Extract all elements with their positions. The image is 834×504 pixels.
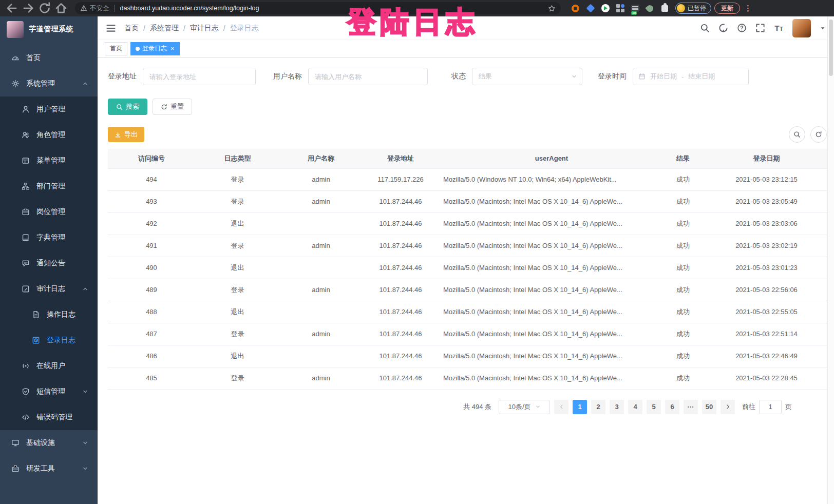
address-bar[interactable]: 不安全 dashboard.yudao.iocoder.cn/system/lo… (75, 2, 561, 14)
sidebar-item-menus[interactable]: 菜单管理 (0, 148, 98, 173)
sidebar-item-online-users[interactable]: 在线用户 (0, 353, 98, 379)
sidebar-item-sms[interactable]: 短信管理 (0, 379, 98, 404)
blue-gem-extension-icon[interactable] (586, 4, 595, 13)
roles-icon (22, 131, 30, 139)
browser-update-button[interactable]: 更新 (714, 3, 740, 14)
goto-page-input[interactable] (759, 400, 782, 414)
tag-home[interactable]: 首页 (105, 42, 127, 55)
green-circle-extension-icon[interactable] (601, 4, 610, 13)
login-address-input[interactable] (143, 68, 256, 85)
search-icon (116, 104, 123, 110)
username-input[interactable] (308, 68, 428, 85)
download-icon (115, 131, 121, 138)
sidebar-item-audit-log[interactable]: 审计日志 (0, 276, 98, 302)
sidebar-item-infrastructure[interactable]: 基础设施 (0, 430, 98, 456)
goto-label: 前往 (742, 402, 755, 412)
calendar-icon (638, 73, 646, 80)
breadcrumb-home[interactable]: 首页 (124, 24, 139, 33)
sidebar-item-posts[interactable]: 岗位管理 (0, 199, 98, 225)
tag-login-log[interactable]: 登录日志 × (130, 42, 180, 55)
sidebar-item-roles[interactable]: 角色管理 (0, 122, 98, 148)
fullscreen-icon[interactable] (755, 23, 765, 33)
refresh-icon (161, 104, 167, 110)
list-on-extension-icon[interactable]: on (631, 4, 639, 13)
sidebar-item-departments[interactable]: 部门管理 (0, 173, 98, 199)
chevron-down-icon (535, 404, 541, 410)
page-button-50[interactable]: 50 (702, 400, 716, 414)
chevron-right-icon (725, 404, 731, 410)
reset-button[interactable]: 重置 (153, 99, 192, 115)
sidebar-item-notices[interactable]: 通知公告 (0, 250, 98, 276)
user-icon (22, 105, 30, 113)
post-badge-icon (22, 208, 30, 216)
sidebar-item-dictionary[interactable]: 字典管理 (0, 225, 98, 250)
sidebar-item-error-codes[interactable]: 错误码管理 (0, 404, 98, 430)
page-size-select[interactable]: 10条/页 (499, 400, 550, 414)
bookmark-star-icon[interactable] (548, 5, 556, 12)
sidebar-menu: 首页 系统管理 用户管理 角色管理 菜单管理 部门管理 (0, 42, 98, 481)
page-button-2[interactable]: 2 (591, 400, 605, 414)
status-select[interactable]: 结果 (472, 68, 582, 85)
scrollbar-thumb[interactable] (829, 20, 833, 76)
app-logo-row[interactable]: 芋道管理系统 (0, 16, 98, 42)
dashboard-icon (11, 54, 20, 62)
login-time-label: 登录时间 (598, 72, 627, 81)
puzzle-extension-icon[interactable] (660, 4, 669, 13)
login-time-range-picker[interactable]: 开始日期 - 结束日期 (633, 68, 749, 85)
col-header-id: 访问编号 (108, 149, 195, 168)
user-avatar[interactable] (792, 19, 811, 37)
refresh-table-button[interactable] (810, 126, 827, 143)
browser-back-icon[interactable] (5, 2, 18, 15)
page-button-4[interactable]: 4 (628, 400, 642, 414)
grid-extension-icon[interactable] (616, 4, 624, 13)
active-tag-dot (136, 47, 140, 51)
github-icon[interactable] (718, 23, 728, 33)
export-button[interactable]: 导出 (108, 127, 144, 142)
caret-down-icon[interactable] (820, 25, 826, 31)
page-button-5[interactable]: 5 (647, 400, 661, 414)
breadcrumb-audit-log[interactable]: 审计日志 (190, 24, 219, 33)
toggle-search-button[interactable] (789, 126, 805, 143)
filter-form: 登录地址 用户名称 状态 结果 登录时间 (108, 68, 827, 85)
prev-page-button[interactable] (554, 400, 568, 414)
next-page-button[interactable] (721, 400, 735, 414)
sidebar-item-system[interactable]: 系统管理 (0, 71, 98, 96)
table-row: 494登录admin117.159.17.226Mozilla/5.0 (Win… (108, 168, 827, 190)
close-icon[interactable]: × (170, 45, 175, 52)
filter-actions: 搜索 重置 (108, 99, 827, 115)
profile-paused-badge[interactable]: 已暂停 (675, 3, 711, 14)
search-icon[interactable] (700, 23, 710, 33)
browser-reload-icon[interactable] (38, 2, 51, 15)
sidebar-item-dev-tools[interactable]: 研发工具 (0, 456, 98, 481)
font-size-icon[interactable] (774, 23, 784, 33)
app-title: 芋道管理系统 (29, 25, 73, 34)
browser-forward-icon[interactable] (22, 2, 35, 15)
page-button-3[interactable]: 3 (610, 400, 624, 414)
breadcrumb-system[interactable]: 系统管理 (150, 24, 179, 33)
browser-home-icon[interactable] (54, 2, 68, 15)
sidebar-toggle-icon[interactable] (106, 23, 116, 33)
search-button[interactable]: 搜索 (108, 99, 147, 115)
table-header-row: 访问编号 日志类型 用户名称 登录地址 userAgent 结果 登录日期 (108, 149, 827, 168)
orange-ring-extension-icon[interactable] (571, 4, 580, 13)
url-text: dashboard.yudao.iocoder.cn/system/log/lo… (120, 5, 259, 12)
more-pages-button[interactable]: ··· (684, 400, 698, 414)
browser-menu-kebab-icon[interactable]: ⋮ (743, 4, 753, 13)
table-row: 485登录admin101.87.244.46Mozilla/5.0 (Maci… (108, 367, 827, 389)
search-icon (793, 131, 801, 138)
page-scrollbar[interactable] (827, 16, 834, 504)
sidebar-item-home[interactable]: 首页 (0, 45, 98, 71)
sidebar-item-operation-log[interactable]: 操作日志 (0, 302, 98, 327)
operation-log-icon (32, 311, 40, 319)
breadcrumb-login-log: 登录日志 (230, 24, 259, 33)
feather-extension-icon[interactable] (646, 4, 654, 13)
sidebar-item-login-log[interactable]: 登录日志 (0, 327, 98, 353)
page-button-1[interactable]: 1 (573, 400, 587, 414)
table-tools (789, 126, 827, 143)
tags-view: 首页 登录日志 × (98, 40, 834, 57)
page-button-6[interactable]: 6 (665, 400, 679, 414)
help-icon[interactable] (737, 23, 747, 33)
sms-shield-icon (22, 387, 30, 396)
breadcrumb: 首页 / 系统管理 / 审计日志 / 登录日志 (124, 24, 259, 33)
sidebar-item-users[interactable]: 用户管理 (0, 96, 98, 122)
